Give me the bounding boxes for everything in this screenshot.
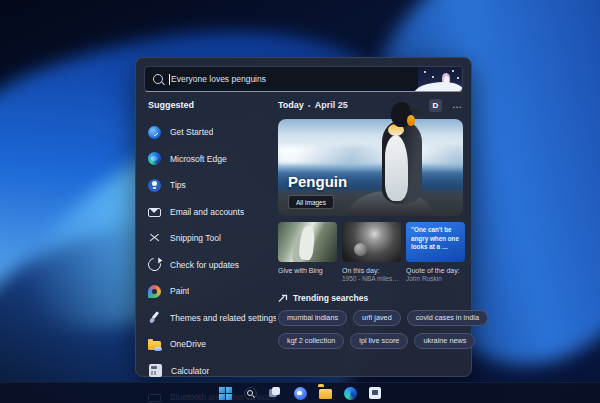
suggested-item-label: Get Started <box>170 127 213 137</box>
suggested-item-label: Calculator <box>171 366 209 376</box>
suggested-item-email-accounts[interactable]: Email and accounts <box>146 199 276 226</box>
suggested-item-calculator[interactable]: Calculator <box>146 358 276 385</box>
suggested-item-snipping-tool[interactable]: Snipping Tool <box>146 225 276 252</box>
star-dot <box>452 70 454 72</box>
trending-searches-section: Trending searches mumbai indians urfi ja… <box>278 293 463 349</box>
all-images-button[interactable]: All images <box>288 195 334 209</box>
card-title: Give with Bing <box>278 266 337 275</box>
taskbar-search-button[interactable] <box>243 386 257 400</box>
suggested-item-label: Themes and related settings <box>170 313 276 323</box>
trending-chip-row: kgf 2 collection ipl live score ukraine … <box>278 333 463 349</box>
trending-title: Trending searches <box>293 293 368 303</box>
suggested-item-label: Paint <box>170 286 189 296</box>
text-caret <box>169 74 170 85</box>
penguin-belly <box>385 135 408 201</box>
suggested-item-label: Tips <box>170 180 186 190</box>
suggested-item-onedrive[interactable]: OneDrive <box>146 331 276 358</box>
themes-icon <box>148 311 161 324</box>
quote-text: "One can't be angry when one looks at a … <box>406 222 465 256</box>
card-subtitle: John Ruskin <box>406 275 465 283</box>
today-header-row: Today • April 25 D … <box>278 98 463 112</box>
chat-icon <box>294 387 307 400</box>
suggested-item-label: Check for updates <box>170 260 239 270</box>
trending-chip-row: mumbai indians urfi javed covid cases in… <box>278 310 463 326</box>
trending-arrow-icon <box>278 293 288 303</box>
card-give-with-bing[interactable]: Give with Bing <box>278 222 337 284</box>
card-title: On this day: <box>342 266 401 275</box>
on-this-day-image <box>342 222 401 262</box>
search-icon <box>244 387 257 400</box>
chat-button[interactable] <box>293 386 307 400</box>
suggested-item-get-started[interactable]: Get Started <box>146 119 276 146</box>
suggested-header: Suggested <box>148 100 276 110</box>
penguin-easter-egg-illustration <box>418 67 462 91</box>
trending-chip[interactable]: urfi javed <box>353 310 401 326</box>
store-button[interactable] <box>368 386 382 400</box>
hero-title: Penguin <box>288 173 347 190</box>
file-explorer-button[interactable] <box>318 386 332 400</box>
suggested-item-microsoft-edge[interactable]: Microsoft Edge <box>146 146 276 173</box>
suggested-item-label: Microsoft Edge <box>170 154 227 164</box>
email-icon <box>148 208 161 217</box>
trending-header: Trending searches <box>278 293 463 303</box>
search-query-text: Everyone loves penguins <box>171 74 266 84</box>
trending-chip[interactable]: ipl live score <box>350 333 408 349</box>
card-on-this-day[interactable]: On this day: 1950 - NBA miles… <box>342 222 401 284</box>
suggested-item-themes[interactable]: Themes and related settings <box>146 305 276 332</box>
card-subtitle: 1950 - NBA miles… <box>342 275 401 283</box>
penguin-photo-illustration <box>382 102 422 204</box>
suggested-item-label: Snipping Tool <box>170 233 221 243</box>
search-input[interactable]: Everyone loves penguins <box>144 66 463 92</box>
today-date: April 25 <box>315 100 348 110</box>
more-options-icon[interactable]: … <box>452 102 463 108</box>
today-label: Today <box>278 100 304 110</box>
card-quote-of-day[interactable]: "One can't be angry when one looks at a … <box>406 222 465 284</box>
store-icon <box>369 387 381 399</box>
calculator-icon <box>149 364 162 377</box>
trending-chip[interactable]: mumbai indians <box>278 310 347 326</box>
penguin-cheek-patch <box>407 115 415 126</box>
edge-button[interactable] <box>343 386 357 400</box>
profile-badge[interactable]: D <box>429 99 442 112</box>
daily-cards-row: Give with Bing On this day: 1950 - NBA m… <box>278 222 463 284</box>
ice-ridge <box>278 146 463 163</box>
star-dot <box>457 77 459 79</box>
trending-chip[interactable]: ukraine news <box>414 333 475 349</box>
give-with-bing-image <box>278 222 337 262</box>
snow-mound <box>414 82 463 92</box>
suggested-item-label: OneDrive <box>170 339 206 349</box>
suggested-section: Suggested Get Started Microsoft Edge Tip… <box>146 98 276 403</box>
tips-icon <box>148 179 161 192</box>
suggested-item-tips[interactable]: Tips <box>146 172 276 199</box>
star-dot <box>432 76 434 78</box>
edge-icon <box>344 387 357 400</box>
folder-icon <box>319 389 332 399</box>
suggested-item-check-updates[interactable]: Check for updates <box>146 252 276 279</box>
star-dot <box>424 71 426 73</box>
edge-icon <box>148 152 161 165</box>
trending-chip[interactable]: covid cases in india <box>407 310 488 326</box>
taskbar <box>0 382 600 403</box>
snipping-tool-icon <box>148 232 161 245</box>
today-section: Today • April 25 D … <box>278 98 463 356</box>
card-title: Quote of the day: <box>406 266 465 275</box>
search-flyout-panel: Everyone loves penguins Suggested Get St… <box>135 57 472 377</box>
hero-card-penguin[interactable]: Penguin All images <box>278 119 463 216</box>
quote-card: "One can't be angry when one looks at a … <box>406 222 465 262</box>
task-view-button[interactable] <box>268 386 282 400</box>
check-updates-icon <box>145 256 163 274</box>
dot-separator: • <box>308 101 311 110</box>
paint-icon <box>148 285 161 298</box>
search-icon <box>153 74 163 84</box>
windows-start-icon <box>219 387 232 400</box>
start-button[interactable] <box>218 386 232 400</box>
get-started-icon <box>148 126 161 139</box>
suggested-item-label: Email and accounts <box>170 207 244 217</box>
onedrive-icon <box>148 341 161 350</box>
trending-chip[interactable]: kgf 2 collection <box>278 333 344 349</box>
suggested-item-paint[interactable]: Paint <box>146 278 276 305</box>
screen: Everyone loves penguins Suggested Get St… <box>0 0 600 403</box>
